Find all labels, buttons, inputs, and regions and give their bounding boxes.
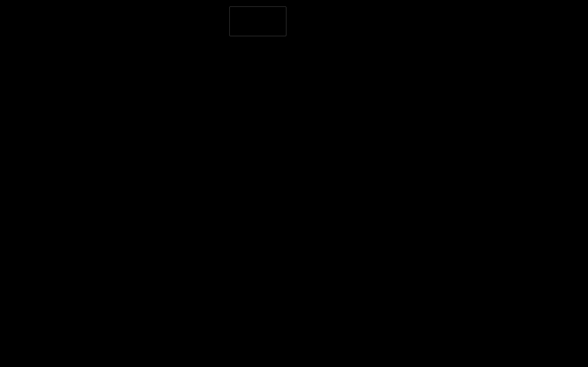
org-chart xyxy=(0,27,294,184)
org-chart-lines xyxy=(0,27,294,184)
